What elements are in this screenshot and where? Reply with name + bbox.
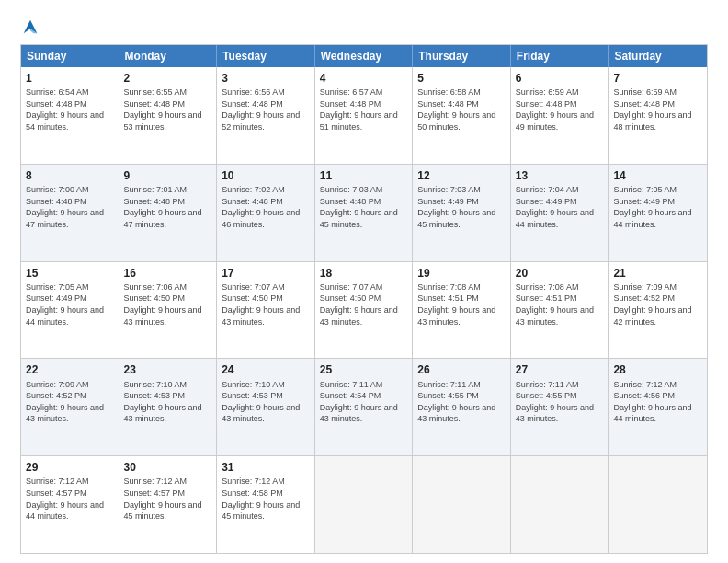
day-number: 25 — [320, 362, 408, 377]
day-cell-25: 25Sunrise: 7:11 AMSunset: 4:54 PMDayligh… — [315, 359, 414, 455]
day-number: 19 — [417, 266, 506, 281]
day-info: Sunrise: 7:03 AMSunset: 4:49 PMDaylight:… — [417, 184, 506, 230]
day-number: 13 — [516, 168, 604, 183]
header-day-friday: Friday — [511, 45, 609, 67]
day-cell-23: 23Sunrise: 7:10 AMSunset: 4:53 PMDayligh… — [119, 359, 218, 455]
day-number: 7 — [613, 71, 702, 86]
day-number: 20 — [516, 266, 604, 281]
day-info: Sunrise: 7:11 AMSunset: 4:54 PMDaylight:… — [320, 379, 408, 425]
day-info: Sunrise: 7:00 AMSunset: 4:48 PMDaylight:… — [26, 184, 114, 230]
day-info: Sunrise: 7:01 AMSunset: 4:48 PMDaylight:… — [124, 184, 212, 230]
day-cell-1: 1Sunrise: 6:54 AMSunset: 4:48 PMDaylight… — [21, 67, 119, 164]
day-number: 16 — [124, 266, 212, 281]
empty-cell — [315, 456, 414, 553]
day-number: 18 — [320, 266, 408, 281]
empty-cell — [511, 456, 609, 553]
day-info: Sunrise: 7:12 AMSunset: 4:58 PMDaylight:… — [222, 476, 310, 522]
day-info: Sunrise: 7:07 AMSunset: 4:50 PMDaylight:… — [222, 282, 310, 327]
day-number: 30 — [124, 460, 212, 475]
day-info: Sunrise: 7:08 AMSunset: 4:51 PMDaylight:… — [417, 282, 506, 327]
day-info: Sunrise: 7:05 AMSunset: 4:49 PMDaylight:… — [613, 184, 702, 230]
day-info: Sunrise: 7:09 AMSunset: 4:52 PMDaylight:… — [613, 282, 702, 327]
day-cell-31: 31Sunrise: 7:12 AMSunset: 4:58 PMDayligh… — [217, 456, 315, 553]
week-row-1: 1Sunrise: 6:54 AMSunset: 4:48 PMDaylight… — [21, 67, 707, 165]
day-number: 29 — [26, 460, 114, 475]
day-info: Sunrise: 7:12 AMSunset: 4:57 PMDaylight:… — [124, 476, 212, 522]
day-cell-15: 15Sunrise: 7:05 AMSunset: 4:49 PMDayligh… — [21, 262, 119, 359]
day-number: 14 — [613, 168, 702, 183]
day-number: 8 — [26, 168, 114, 183]
header-day-thursday: Thursday — [413, 45, 511, 67]
day-info: Sunrise: 6:54 AMSunset: 4:48 PMDaylight:… — [26, 86, 114, 132]
empty-cell — [413, 456, 511, 553]
day-number: 23 — [124, 362, 212, 377]
day-number: 1 — [26, 71, 114, 86]
day-info: Sunrise: 7:02 AMSunset: 4:48 PMDaylight:… — [222, 184, 310, 230]
day-number: 6 — [516, 71, 604, 86]
day-cell-30: 30Sunrise: 7:12 AMSunset: 4:57 PMDayligh… — [119, 456, 218, 553]
day-number: 4 — [320, 71, 408, 86]
day-info: Sunrise: 7:08 AMSunset: 4:51 PMDaylight:… — [516, 282, 604, 327]
day-number: 15 — [26, 266, 114, 281]
day-cell-4: 4Sunrise: 6:57 AMSunset: 4:48 PMDaylight… — [315, 67, 414, 164]
day-cell-2: 2Sunrise: 6:55 AMSunset: 4:48 PMDaylight… — [119, 67, 218, 164]
day-info: Sunrise: 7:12 AMSunset: 4:56 PMDaylight:… — [613, 379, 702, 425]
day-info: Sunrise: 7:12 AMSunset: 4:57 PMDaylight:… — [26, 476, 114, 522]
day-number: 27 — [516, 362, 604, 377]
day-info: Sunrise: 7:03 AMSunset: 4:48 PMDaylight:… — [320, 184, 408, 230]
day-number: 3 — [222, 71, 310, 86]
calendar-header: SundayMondayTuesdayWednesdayThursdayFrid… — [21, 45, 707, 67]
day-info: Sunrise: 6:56 AMSunset: 4:48 PMDaylight:… — [222, 86, 310, 132]
day-number: 10 — [222, 168, 310, 183]
day-cell-27: 27Sunrise: 7:11 AMSunset: 4:55 PMDayligh… — [511, 359, 609, 455]
day-cell-29: 29Sunrise: 7:12 AMSunset: 4:57 PMDayligh… — [21, 456, 119, 553]
day-info: Sunrise: 7:09 AMSunset: 4:52 PMDaylight:… — [26, 379, 114, 425]
day-number: 2 — [124, 71, 212, 86]
day-cell-18: 18Sunrise: 7:07 AMSunset: 4:50 PMDayligh… — [315, 262, 414, 359]
logo-icon — [20, 17, 40, 37]
day-cell-3: 3Sunrise: 6:56 AMSunset: 4:48 PMDaylight… — [217, 67, 315, 164]
day-number: 24 — [222, 362, 310, 377]
svg-marker-0 — [24, 20, 38, 34]
calendar-body: 1Sunrise: 6:54 AMSunset: 4:48 PMDaylight… — [21, 67, 707, 553]
day-number: 22 — [26, 362, 114, 377]
header-day-saturday: Saturday — [609, 45, 707, 67]
day-cell-19: 19Sunrise: 7:08 AMSunset: 4:51 PMDayligh… — [413, 262, 511, 359]
day-cell-20: 20Sunrise: 7:08 AMSunset: 4:51 PMDayligh… — [511, 262, 609, 359]
header-day-wednesday: Wednesday — [315, 45, 414, 67]
day-info: Sunrise: 7:11 AMSunset: 4:55 PMDaylight:… — [417, 379, 506, 425]
day-number: 31 — [222, 460, 310, 475]
day-number: 9 — [124, 168, 212, 183]
day-cell-14: 14Sunrise: 7:05 AMSunset: 4:49 PMDayligh… — [609, 165, 707, 261]
day-number: 21 — [613, 266, 702, 281]
week-row-3: 15Sunrise: 7:05 AMSunset: 4:49 PMDayligh… — [21, 262, 707, 360]
day-cell-11: 11Sunrise: 7:03 AMSunset: 4:48 PMDayligh… — [315, 165, 414, 261]
day-cell-16: 16Sunrise: 7:06 AMSunset: 4:50 PMDayligh… — [119, 262, 218, 359]
day-info: Sunrise: 6:55 AMSunset: 4:48 PMDaylight:… — [124, 86, 212, 132]
day-info: Sunrise: 7:04 AMSunset: 4:49 PMDaylight:… — [516, 184, 604, 230]
day-number: 26 — [417, 362, 506, 377]
week-row-2: 8Sunrise: 7:00 AMSunset: 4:48 PMDaylight… — [21, 165, 707, 262]
day-cell-10: 10Sunrise: 7:02 AMSunset: 4:48 PMDayligh… — [217, 165, 315, 261]
day-info: Sunrise: 7:07 AMSunset: 4:50 PMDaylight:… — [320, 282, 408, 327]
day-cell-6: 6Sunrise: 6:59 AMSunset: 4:48 PMDaylight… — [511, 67, 609, 164]
day-number: 17 — [222, 266, 310, 281]
day-info: Sunrise: 6:59 AMSunset: 4:48 PMDaylight:… — [516, 86, 604, 132]
day-cell-22: 22Sunrise: 7:09 AMSunset: 4:52 PMDayligh… — [21, 359, 119, 455]
day-info: Sunrise: 7:05 AMSunset: 4:49 PMDaylight:… — [26, 282, 114, 327]
day-info: Sunrise: 7:06 AMSunset: 4:50 PMDaylight:… — [124, 282, 212, 327]
day-cell-8: 8Sunrise: 7:00 AMSunset: 4:48 PMDaylight… — [21, 165, 119, 261]
day-info: Sunrise: 7:11 AMSunset: 4:55 PMDaylight:… — [516, 379, 604, 425]
header-day-tuesday: Tuesday — [217, 45, 315, 67]
day-cell-5: 5Sunrise: 6:58 AMSunset: 4:48 PMDaylight… — [413, 67, 511, 164]
day-cell-12: 12Sunrise: 7:03 AMSunset: 4:49 PMDayligh… — [413, 165, 511, 261]
empty-cell — [609, 456, 707, 553]
week-row-5: 29Sunrise: 7:12 AMSunset: 4:57 PMDayligh… — [21, 456, 707, 553]
day-number: 5 — [417, 71, 506, 86]
day-info: Sunrise: 6:58 AMSunset: 4:48 PMDaylight:… — [417, 86, 506, 132]
day-cell-28: 28Sunrise: 7:12 AMSunset: 4:56 PMDayligh… — [609, 359, 707, 455]
header-day-monday: Monday — [119, 45, 218, 67]
week-row-4: 22Sunrise: 7:09 AMSunset: 4:52 PMDayligh… — [21, 359, 707, 456]
day-info: Sunrise: 7:10 AMSunset: 4:53 PMDaylight:… — [124, 379, 212, 425]
day-number: 28 — [613, 362, 702, 377]
